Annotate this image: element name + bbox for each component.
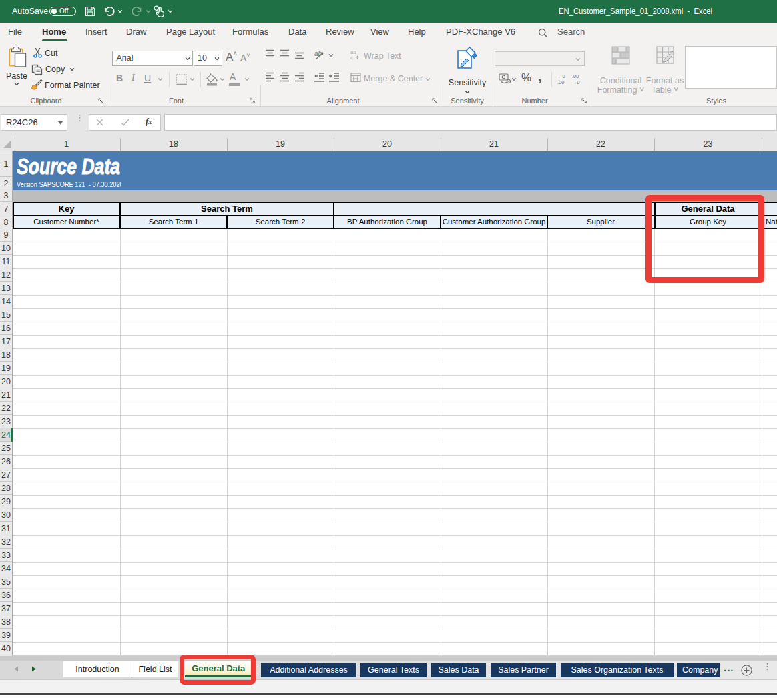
svg-text:.00: .00 [557,79,564,85]
svg-text:c: c [350,55,353,60]
svg-text:←0: ←0 [557,73,565,79]
svg-text:ab: ab [314,50,322,57]
svg-text:.00: .00 [572,73,579,79]
svg-text:→0: →0 [572,79,580,85]
